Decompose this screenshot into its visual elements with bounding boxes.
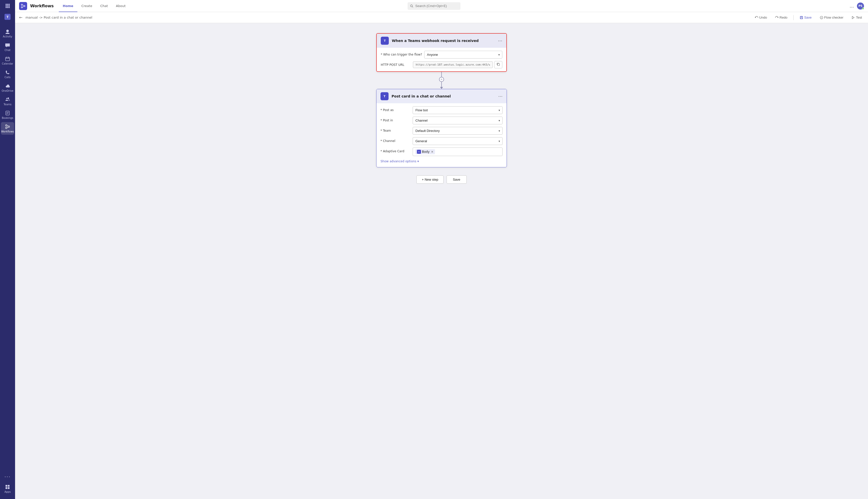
nav-tabs: Home Create Chat About — [59, 0, 129, 12]
action-field-post-in: * Post in Channel ▾ — [381, 117, 503, 124]
svg-line-25 — [7, 127, 8, 128]
svg-text:T: T — [7, 15, 9, 19]
action-node-header: T Post card in a chat or channel ··· — [376, 89, 507, 103]
http-url-label: HTTP POST URL — [381, 61, 411, 66]
avatar-status-dot — [862, 8, 864, 10]
save-icon — [800, 16, 803, 19]
app-icon — [19, 2, 27, 10]
sidebar-item-teams[interactable]: Teams — [1, 95, 14, 108]
svg-rect-2 — [9, 4, 10, 5]
action-node-body: * Post as Flow bot ▾ — [376, 103, 507, 167]
chat-icon — [4, 42, 11, 48]
connector-add[interactable]: + — [439, 77, 444, 82]
connector-arrow — [440, 87, 443, 89]
chat-label: Chat — [4, 49, 10, 52]
http-url-input[interactable] — [413, 61, 493, 68]
trigger-node-dots[interactable]: ··· — [498, 38, 502, 44]
svg-rect-11 — [5, 57, 10, 61]
canvas: T When a Teams webhook request is receiv… — [15, 23, 868, 499]
svg-rect-1 — [7, 4, 8, 5]
toolbar-divider — [793, 15, 794, 20]
sidebar-item-chat[interactable]: Chat — [1, 41, 14, 53]
svg-line-34 — [23, 7, 24, 7]
post-as-select[interactable]: Flow bot — [413, 106, 503, 114]
action-field-post-as: * Post as Flow bot ▾ — [381, 106, 503, 114]
svg-rect-27 — [8, 485, 10, 487]
sidebar-item-calls[interactable]: Calls — [1, 68, 14, 81]
action-node-dots[interactable]: ··· — [498, 94, 503, 99]
flow-checker-icon — [820, 16, 823, 19]
topbar-more-dots[interactable]: ... — [850, 3, 854, 9]
svg-rect-8 — [9, 7, 10, 8]
adaptive-card-label: * Adaptive Card — [381, 147, 411, 153]
team-control: Default Directory ▾ — [413, 127, 503, 135]
more-icon: ··· — [4, 474, 11, 480]
post-as-label: * Post as — [381, 106, 411, 112]
calendar-label: Calendar — [2, 62, 13, 65]
sidebar-nav: Activity Chat Calendar — [0, 27, 15, 472]
sidebar-item-onedrive[interactable]: OneDrive — [1, 82, 14, 94]
svg-line-36 — [412, 7, 413, 7]
redo-icon — [775, 16, 779, 19]
undo-icon — [755, 16, 758, 19]
workflows-label: Workflows — [1, 130, 14, 133]
svg-rect-7 — [7, 7, 8, 8]
ms-teams-logo[interactable]: T — [3, 12, 12, 22]
breadcrumb-actions: Undo Redo Save — [753, 15, 864, 20]
svg-rect-6 — [5, 7, 7, 8]
trigger-node-header: T When a Teams webhook request is receiv… — [377, 34, 506, 48]
channel-label: * Channel — [381, 137, 411, 143]
sidebar-item-calendar[interactable]: Calendar — [1, 54, 14, 67]
activity-label: Activity — [3, 35, 12, 38]
breadcrumb-path: manual -> Post card in a chat or channel — [25, 15, 749, 19]
sidebar-item-bookings[interactable]: Bookings — [1, 109, 14, 121]
undo-button[interactable]: Undo — [753, 15, 769, 20]
bottom-save-button[interactable]: Save — [447, 175, 467, 184]
adaptive-card-tag-field[interactable]: T Body ✕ — [413, 147, 503, 156]
search-input[interactable] — [415, 4, 458, 8]
tab-chat[interactable]: Chat — [96, 0, 112, 12]
action-node: T Post card in a chat or channel ··· * P… — [376, 89, 507, 167]
test-button[interactable]: Test — [850, 15, 864, 20]
show-advanced-options[interactable]: Show advanced options ▾ — [381, 159, 503, 164]
who-trigger-select[interactable]: Anyone — [424, 51, 502, 59]
svg-point-30 — [21, 4, 23, 5]
team-select[interactable]: Default Directory — [413, 127, 503, 135]
post-in-control: Channel ▾ — [413, 117, 503, 124]
svg-rect-0 — [5, 4, 7, 5]
tab-home[interactable]: Home — [59, 0, 77, 12]
sidebar-item-activity[interactable]: Activity — [1, 27, 14, 40]
channel-select[interactable]: General — [413, 137, 503, 145]
tab-about[interactable]: About — [112, 0, 129, 12]
flow-checker-button[interactable]: Flow checker — [818, 15, 846, 20]
show-advanced-chevron: ▾ — [418, 160, 419, 163]
copy-url-button[interactable] — [494, 61, 502, 68]
connector-line-bottom — [441, 82, 442, 87]
action-field-adaptive-card: * Adaptive Card T — [381, 147, 503, 156]
grid-icon[interactable] — [4, 2, 11, 10]
sidebar-item-more[interactable]: ··· — [1, 472, 14, 482]
sidebar-item-workflows[interactable]: Workflows — [1, 122, 14, 135]
post-in-select[interactable]: Channel — [413, 117, 503, 124]
tab-create[interactable]: Create — [77, 0, 96, 12]
who-trigger-select-wrapper: Anyone ▾ — [424, 51, 502, 59]
http-url-control — [413, 61, 502, 68]
search-bar[interactable] — [408, 2, 460, 10]
svg-rect-38 — [801, 16, 802, 17]
new-step-button[interactable]: + New step — [417, 175, 443, 184]
adaptive-card-tag-close[interactable]: ✕ — [431, 150, 433, 154]
adaptive-card-tag-label: Body — [422, 150, 430, 154]
copy-icon — [497, 63, 500, 66]
bookings-label: Bookings — [2, 117, 13, 120]
calls-label: Calls — [4, 76, 11, 79]
flow-container: T When a Teams webhook request is receiv… — [376, 33, 507, 184]
sidebar-item-apps[interactable]: Apps — [1, 483, 14, 495]
redo-button[interactable]: Redo — [773, 15, 790, 20]
svg-rect-26 — [5, 485, 7, 487]
save-button[interactable]: Save — [798, 15, 814, 20]
svg-line-33 — [23, 5, 24, 5]
trigger-field-who: * Who can trigger the flow? Anyone ▾ — [381, 51, 502, 59]
onedrive-label: OneDrive — [1, 89, 13, 93]
show-advanced-label: Show advanced options — [381, 160, 417, 163]
back-button[interactable]: ← — [19, 15, 22, 20]
